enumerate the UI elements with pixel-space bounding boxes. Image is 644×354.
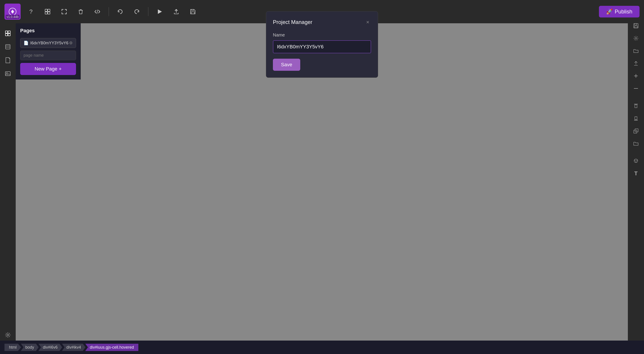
- breadcrumb-div2[interactable]: div#ikv4: [62, 344, 86, 351]
- code-button[interactable]: [91, 5, 104, 18]
- trash-icon: [78, 9, 84, 14]
- play-icon: [157, 9, 162, 14]
- sidebar-item-layers[interactable]: [2, 41, 14, 52]
- blocks-button[interactable]: [41, 5, 54, 18]
- new-page-button[interactable]: New Page +: [20, 63, 76, 75]
- bottom-bar: html body div#i6v6 div#ikv4 div#iuus.gjs…: [0, 341, 644, 354]
- svg-rect-4: [48, 12, 50, 14]
- svg-rect-9: [6, 31, 8, 33]
- rp-bottom-align-button[interactable]: [630, 113, 642, 124]
- sidebar-item-blocks[interactable]: [2, 28, 14, 39]
- svg-rect-28: [634, 26, 638, 28]
- rp-color-button[interactable]: [630, 155, 642, 167]
- svg-rect-27: [634, 23, 637, 25]
- breadcrumb-div3[interactable]: div#iuus.gjs-cell.hovered: [85, 344, 138, 351]
- settings-icon: [5, 332, 11, 338]
- svg-rect-8: [191, 12, 194, 14]
- breadcrumb-html[interactable]: html: [4, 344, 21, 351]
- sidebar-item-pages[interactable]: [2, 55, 14, 66]
- modal-close-button[interactable]: ×: [364, 18, 371, 26]
- svg-rect-16: [6, 72, 10, 76]
- svg-marker-6: [158, 9, 162, 14]
- modal-title: Project Manager: [273, 19, 312, 25]
- rp-folder-button[interactable]: [630, 45, 642, 56]
- save-icon: [190, 9, 196, 14]
- layers-icon: [5, 44, 11, 50]
- code-icon: [94, 9, 100, 14]
- modal-save-button[interactable]: Save: [273, 59, 300, 71]
- rp-text-button[interactable]: T: [630, 168, 642, 179]
- undo-button[interactable]: [114, 5, 126, 18]
- fullscreen-button[interactable]: [58, 5, 70, 18]
- svg-point-43: [636, 161, 636, 162]
- text-icon: T: [634, 171, 638, 177]
- sidebar-item-settings[interactable]: [2, 329, 14, 341]
- preview-button[interactable]: [154, 5, 166, 18]
- svg-rect-39: [634, 130, 637, 133]
- export-button[interactable]: [170, 5, 182, 18]
- logo-icon: [9, 8, 16, 15]
- svg-line-5: [97, 10, 98, 14]
- svg-rect-38: [635, 129, 638, 132]
- rp-top-align-button[interactable]: [630, 100, 642, 112]
- modal-header: Project Manager ×: [273, 18, 371, 26]
- breadcrumb: html body div#i6v6 div#ikv4 div#iuus.gjs…: [4, 344, 138, 351]
- page-file-icon: 📄: [24, 40, 28, 45]
- redo-icon: [134, 9, 140, 14]
- pages-icon: [5, 57, 10, 63]
- undo-icon: [117, 9, 123, 14]
- left-icon-bar: [0, 23, 16, 341]
- svg-point-42: [636, 160, 637, 161]
- sidebar-item-assets[interactable]: [2, 68, 14, 79]
- version-badge: v1.0.44b: [6, 15, 20, 19]
- svg-rect-37: [635, 117, 637, 120]
- svg-rect-2: [48, 9, 50, 11]
- save-button[interactable]: [186, 5, 199, 18]
- project-name-input[interactable]: [273, 40, 371, 53]
- rp-upload-button[interactable]: [630, 58, 642, 69]
- rp-copy-button[interactable]: [630, 125, 642, 137]
- svg-rect-10: [8, 31, 10, 33]
- rp-folder2-button[interactable]: [630, 138, 642, 149]
- page-settings-icon[interactable]: ⚙: [69, 40, 73, 45]
- pages-panel-title: Pages: [20, 28, 76, 34]
- help-button[interactable]: ?: [25, 5, 37, 18]
- breadcrumb-body[interactable]: body: [21, 344, 38, 351]
- svg-rect-1: [45, 9, 47, 11]
- delete-button[interactable]: [74, 5, 87, 18]
- right-panel: T: [628, 18, 644, 341]
- publish-button[interactable]: 🚀 Publish: [599, 6, 640, 17]
- svg-rect-13: [6, 44, 10, 49]
- blocks-icon: [5, 30, 11, 36]
- modal-name-label: Name: [273, 32, 371, 38]
- export-icon: [173, 9, 179, 14]
- toolbar-separator-1: [108, 7, 109, 16]
- svg-rect-12: [8, 34, 10, 36]
- page-name-input[interactable]: [20, 51, 76, 60]
- page-item-name: I6dxYB0mYY3Y5vY6: [30, 41, 69, 45]
- page-list-item[interactable]: 📄 I6dxYB0mYY3Y5vY6 ⚙: [20, 38, 76, 48]
- publish-icon: 🚀: [606, 8, 613, 15]
- project-manager-modal: Project Manager × Name Save: [266, 11, 378, 78]
- image-icon: [5, 71, 11, 77]
- logo-button[interactable]: v1.0.44b: [4, 3, 21, 20]
- toolbar-separator-2: [148, 7, 148, 16]
- rp-minus-button[interactable]: [630, 83, 642, 94]
- svg-rect-35: [635, 105, 637, 108]
- svg-point-18: [7, 334, 9, 336]
- redo-button[interactable]: [130, 5, 143, 18]
- breadcrumb-div1[interactable]: div#i6v6: [38, 344, 62, 351]
- svg-point-17: [6, 73, 8, 74]
- rp-add-button[interactable]: [630, 70, 642, 81]
- svg-point-29: [635, 38, 637, 39]
- svg-rect-3: [45, 12, 47, 14]
- rp-settings-button[interactable]: [630, 33, 642, 44]
- svg-point-41: [634, 160, 636, 161]
- pages-panel: Pages 📄 I6dxYB0mYY3Y5vY6 ⚙ New Page +: [16, 23, 81, 79]
- publish-label: Publish: [615, 8, 632, 15]
- grid-icon: [44, 9, 50, 14]
- expand-icon: [61, 9, 67, 14]
- svg-rect-11: [6, 34, 8, 36]
